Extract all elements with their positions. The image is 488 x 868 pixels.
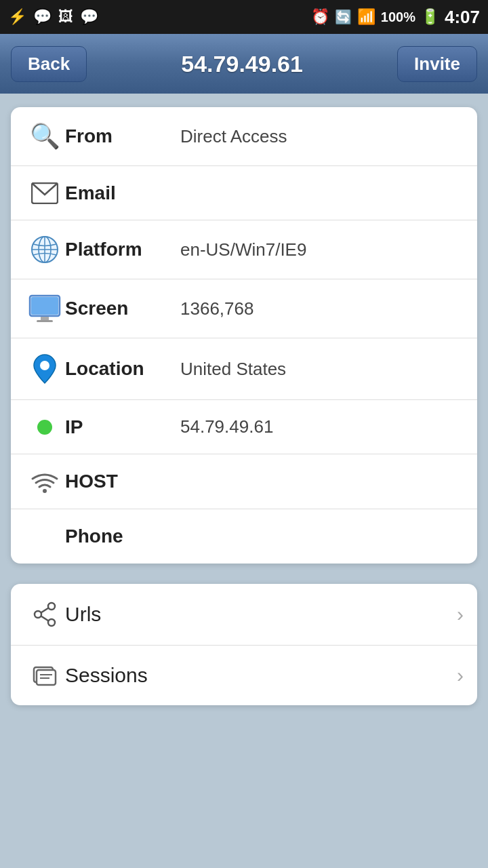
online-dot-icon	[24, 420, 65, 435]
magnify-icon: 🔍	[24, 122, 65, 151]
sync-icon: 🔄	[335, 9, 352, 25]
svg-rect-6	[31, 297, 58, 315]
sessions-row[interactable]: Sessions ›	[11, 646, 477, 705]
from-row: 🔍 From Direct Access	[11, 107, 477, 166]
from-label: From	[65, 125, 174, 147]
svg-point-10	[43, 489, 47, 493]
battery-icon: 🔋	[421, 8, 439, 26]
chat-icon-2: 💬	[80, 8, 98, 26]
svg-rect-7	[41, 317, 49, 320]
back-button[interactable]: Back	[11, 46, 87, 82]
svg-point-13	[48, 619, 55, 626]
urls-chevron: ›	[457, 603, 464, 626]
urls-label: Urls	[65, 603, 457, 626]
action-card: Urls › Sessions ›	[11, 584, 477, 705]
platform-value: en-US/Win7/IE9	[180, 239, 306, 260]
monitor-icon	[24, 294, 65, 323]
host-row: HOST	[11, 454, 477, 509]
location-row: Location United States	[11, 338, 477, 400]
image-icon: 🖼	[58, 8, 73, 26]
email-label: Email	[65, 182, 174, 204]
urls-row[interactable]: Urls ›	[11, 584, 477, 646]
page-title: 54.79.49.61	[181, 51, 303, 77]
svg-line-15	[41, 616, 49, 621]
platform-row: Platform en-US/Win7/IE9	[11, 220, 477, 279]
phone-row: Phone	[11, 509, 477, 564]
invite-button[interactable]: Invite	[397, 46, 477, 82]
screen-value: 1366,768	[180, 298, 253, 319]
host-label: HOST	[65, 471, 174, 492]
share-icon	[24, 601, 65, 627]
search-emoji: 🔍	[30, 122, 60, 151]
chat-icon-1: 💬	[33, 8, 52, 26]
alarm-icon: ⏰	[311, 8, 329, 26]
info-card: 🔍 From Direct Access Email	[11, 107, 477, 564]
svg-line-14	[41, 608, 49, 613]
screen-label: Screen	[65, 298, 174, 319]
nav-bar: Back 54.79.49.61 Invite	[0, 34, 488, 94]
wifi-icon	[24, 469, 65, 494]
sessions-label: Sessions	[65, 664, 457, 687]
green-dot	[37, 420, 52, 435]
location-value: United States	[180, 359, 286, 380]
usb-icon: ⚡	[8, 8, 26, 26]
signal-icon: 📶	[357, 8, 375, 26]
globe-icon	[24, 235, 65, 264]
svg-point-12	[35, 611, 41, 618]
platform-label: Platform	[65, 239, 174, 260]
time-display: 4:07	[445, 7, 480, 28]
svg-point-9	[40, 361, 49, 370]
status-bar: ⚡ 💬 🖼 💬 ⏰ 🔄 📶 100% 🔋 4:07	[0, 0, 488, 34]
from-value: Direct Access	[180, 126, 287, 147]
svg-point-11	[48, 603, 55, 610]
status-bar-left: ⚡ 💬 🖼 💬	[8, 8, 98, 26]
ip-value: 54.79.49.61	[180, 416, 273, 437]
location-label: Location	[65, 358, 174, 380]
email-row: Email	[11, 166, 477, 220]
screen-row: Screen 1366,768	[11, 279, 477, 338]
battery-percent: 100%	[381, 9, 415, 25]
sessions-icon	[24, 663, 65, 688]
pin-icon	[24, 353, 65, 384]
svg-rect-8	[37, 320, 53, 322]
ip-label: IP	[65, 416, 174, 438]
sessions-chevron: ›	[457, 664, 464, 687]
status-bar-right: ⏰ 🔄 📶 100% 🔋 4:07	[311, 7, 480, 28]
phone-label: Phone	[65, 526, 174, 547]
ip-row: IP 54.79.49.61	[11, 400, 477, 454]
envelope-icon	[24, 182, 65, 204]
main-content: 🔍 From Direct Access Email	[0, 94, 488, 868]
